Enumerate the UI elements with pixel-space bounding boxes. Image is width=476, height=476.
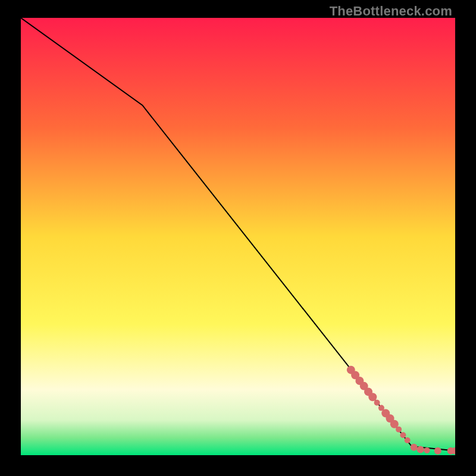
chart-svg xyxy=(21,18,455,455)
chart-marker xyxy=(411,444,418,451)
chart-marker xyxy=(417,446,424,453)
chart-background xyxy=(21,18,455,455)
chart-plot-area xyxy=(21,18,455,455)
chart-marker xyxy=(368,393,377,401)
chart-marker xyxy=(374,400,380,406)
chart-marker xyxy=(405,437,411,443)
chart-marker xyxy=(400,432,406,438)
chart-marker xyxy=(396,427,402,433)
chart-marker xyxy=(434,447,441,455)
chart-marker xyxy=(424,447,430,453)
attribution-text: TheBottleneck.com xyxy=(330,4,452,19)
chart-frame: TheBottleneck.com xyxy=(0,0,476,476)
